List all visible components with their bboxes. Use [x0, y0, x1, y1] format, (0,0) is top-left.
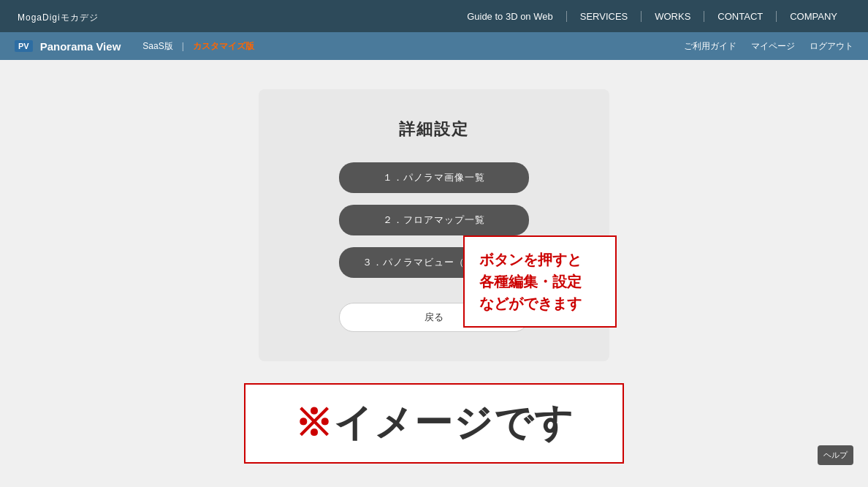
bottom-banner: ※イメージです: [244, 383, 624, 464]
bottom-banner-text: ※イメージです: [294, 398, 574, 449]
panorama-list-button[interactable]: １．パノラマ画像一覧: [339, 162, 529, 193]
tooltip-line-2: 各種編集・設定: [479, 273, 582, 290]
tab-saas[interactable]: SaaS版: [137, 39, 178, 54]
logo-kana: モカデジ: [61, 12, 99, 23]
tab-separator: |: [182, 41, 184, 51]
nav-link-services[interactable]: SERVICES: [567, 11, 642, 22]
nav-logout-link[interactable]: ログアウト: [810, 40, 853, 53]
help-button[interactable]: ヘルプ: [818, 445, 853, 465]
logo-main: MogaDigi: [18, 12, 61, 23]
banner-symbol: ※: [294, 401, 334, 444]
site-logo: MogaDigiモカデジ: [18, 9, 99, 24]
sub-nav-tabs: SaaS版 | カスタマイズ版: [137, 39, 259, 54]
top-nav-links: Guide to 3D on Web SERVICES WORKS CONTAC…: [454, 11, 850, 22]
settings-card: 詳細設定 １．パノラマ画像一覧 ２．フロアマップ一覧 ３．パノラマビュー（確認用…: [259, 89, 609, 361]
sub-nav-left: PV Panorama View SaaS版 | カスタマイズ版: [15, 39, 260, 54]
tab-customize[interactable]: カスタマイズ版: [187, 39, 260, 54]
banner-main-text: イメージです: [334, 401, 574, 444]
nav-link-company[interactable]: COMPANY: [777, 11, 850, 22]
top-navigation: MogaDigiモカデジ Guide to 3D on Web SERVICES…: [0, 0, 868, 32]
main-content: 詳細設定 １．パノラマ画像一覧 ２．フロアマップ一覧 ３．パノラマビュー（確認用…: [0, 60, 868, 487]
pv-badge: PV: [15, 40, 33, 52]
tooltip-line-1: ボタンを押すと: [479, 252, 582, 268]
nav-guide-link[interactable]: ご利用ガイド: [684, 40, 736, 53]
settings-title: 詳細設定: [399, 118, 469, 140]
sub-nav-right: ご利用ガイド マイページ ログアウト: [684, 40, 853, 53]
nav-link-contact[interactable]: CONTACT: [704, 11, 777, 22]
sub-navigation: PV Panorama View SaaS版 | カスタマイズ版 ご利用ガイド …: [0, 32, 868, 60]
floormap-list-button[interactable]: ２．フロアマップ一覧: [339, 205, 529, 235]
nav-mypage-link[interactable]: マイページ: [751, 40, 795, 53]
tooltip-line-3: などができます: [479, 295, 582, 312]
nav-link-guide[interactable]: Guide to 3D on Web: [454, 11, 567, 22]
tooltip-box: ボタンを押すと 各種編集・設定 などができます: [463, 235, 617, 328]
nav-link-works[interactable]: WORKS: [642, 11, 704, 22]
sub-nav-title: Panorama View: [40, 40, 121, 53]
tooltip-text: ボタンを押すと 各種編集・設定 などができます: [479, 249, 601, 314]
